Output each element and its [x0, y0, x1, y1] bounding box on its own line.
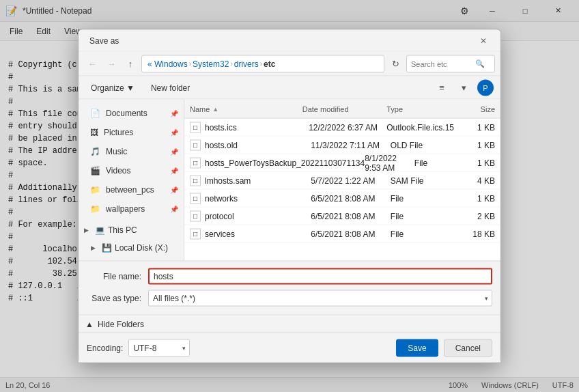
- breadcrumb-system32[interactable]: System32: [193, 59, 229, 68]
- refresh-button[interactable]: ↻: [387, 55, 404, 72]
- cancel-button[interactable]: Cancel: [444, 339, 492, 356]
- file-type: File: [391, 229, 454, 238]
- dialog-close-button[interactable]: ✕: [475, 31, 492, 49]
- header-size[interactable]: Size: [454, 104, 495, 113]
- table-row[interactable]: □ hosts_PowerToysBackup_20221103071134 8…: [184, 154, 500, 172]
- filename-input[interactable]: [148, 268, 492, 285]
- left-panel-item-videos[interactable]: 🎬 Videos 📌: [79, 161, 184, 180]
- dialog-nav: ← → ↑ « Windows › System32 › drivers › e…: [79, 52, 500, 76]
- table-row[interactable]: □ hosts.old 11/3/2022 7:11 AM OLD File 1…: [184, 137, 500, 154]
- this-pc-icon: 💻: [95, 225, 105, 235]
- pin-icon-videos: 📌: [170, 167, 178, 174]
- view-dropdown-button[interactable]: ▾: [455, 79, 472, 96]
- search-icon: 🔍: [475, 59, 485, 68]
- file-icon: □: [190, 175, 201, 186]
- file-name: lmhosts.sam: [205, 176, 311, 185]
- new-folder-button[interactable]: New folder: [145, 79, 195, 96]
- search-bar: 🔍: [406, 55, 495, 72]
- encoding-label: Encoding:: [87, 343, 123, 352]
- file-size: 2 KB: [454, 211, 495, 221]
- pin-icon-between-pcs: 📌: [170, 186, 178, 193]
- left-panel-item-music[interactable]: 🎵 Music 📌: [79, 142, 184, 161]
- organize-button[interactable]: Organize ▼: [85, 79, 140, 96]
- forward-button[interactable]: →: [103, 55, 119, 72]
- between-pcs-icon: 📁: [90, 185, 100, 195]
- right-panel: Name ▲ Date modified Type Size □ hosts.i…: [184, 100, 500, 261]
- file-type: File: [391, 193, 454, 203]
- videos-icon: 🎬: [90, 166, 100, 176]
- back-button[interactable]: ←: [84, 55, 100, 72]
- file-size: 1 KB: [454, 140, 495, 150]
- file-name: hosts.ics: [205, 122, 309, 132]
- hide-folders-arrow: ▲: [85, 319, 94, 328]
- file-icon: □: [190, 122, 201, 132]
- local-disk-icon: 💾: [102, 243, 112, 253]
- filename-label: File name:: [87, 272, 148, 281]
- left-panel-item-pictures[interactable]: 🖼 Pictures 📌: [79, 123, 184, 142]
- this-pc-label: This PC: [108, 225, 137, 235]
- search-input[interactable]: [411, 59, 472, 68]
- dialog-titlebar: Save as ✕: [79, 30, 500, 52]
- file-modified: 5/7/2022 1:22 AM: [311, 176, 390, 185]
- file-name: protocol: [205, 211, 311, 221]
- table-row[interactable]: □ protocol 6/5/2021 8:08 AM File 2 KB: [184, 208, 500, 225]
- pictures-icon: 🖼: [90, 128, 98, 137]
- file-size: 18 KB: [454, 229, 495, 238]
- table-row[interactable]: □ services 6/5/2021 8:08 AM File 18 KB: [184, 225, 500, 243]
- file-icon: □: [190, 193, 201, 204]
- encoding-section: Encoding: UTF-8 UTF-16 LE UTF-16 BE ANSI…: [87, 339, 391, 356]
- music-label: Music: [106, 147, 127, 156]
- file-modified: 8/1/2022 9:53 AM: [365, 153, 414, 172]
- table-row[interactable]: □ hosts.ics 12/2/2022 6:37 AM Outlook.Fi…: [184, 119, 500, 137]
- hide-folders-label: Hide Folders: [98, 319, 144, 328]
- pin-icon-pictures: 📌: [170, 128, 178, 136]
- header-modified[interactable]: Date modified: [302, 104, 387, 113]
- header-name[interactable]: Name ▲: [190, 104, 302, 113]
- file-size: 1 KB: [454, 122, 495, 132]
- encoding-select-wrapper: UTF-8 UTF-16 LE UTF-16 BE ANSI ▾: [128, 339, 190, 356]
- file-modified: 12/2/2022 6:37 AM: [309, 122, 386, 132]
- file-type: File: [391, 211, 454, 221]
- file-name: networks: [205, 193, 311, 203]
- file-size: 4 KB: [454, 176, 495, 185]
- pin-icon-documents: 📌: [170, 109, 178, 117]
- documents-label: Documents: [106, 109, 147, 118]
- save-as-type-select[interactable]: All files (*.*) Text Documents (*.txt): [148, 290, 492, 307]
- dialog-bottom: File name: Save as type: All files (*.*)…: [79, 261, 500, 315]
- save-as-type-wrapper: All files (*.*) Text Documents (*.txt) ▾: [148, 290, 492, 307]
- view-options-button[interactable]: ≡: [434, 79, 450, 96]
- file-name: hosts_PowerToysBackup_20221103071134: [205, 158, 365, 167]
- save-as-type-row: Save as type: All files (*.*) Text Docum…: [87, 289, 492, 308]
- file-type: File: [414, 158, 454, 167]
- local-disk-arrow: ▶: [91, 244, 99, 251]
- up-button[interactable]: ↑: [122, 55, 139, 72]
- tree-local-disk[interactable]: ▶ 💾 Local Disk (X:): [79, 239, 184, 257]
- breadcrumb-windows[interactable]: « Windows: [147, 59, 188, 68]
- encoding-select[interactable]: UTF-8 UTF-16 LE UTF-16 BE ANSI: [128, 339, 190, 356]
- local-disk-label: Local Disk (X:): [115, 243, 168, 253]
- table-row[interactable]: □ lmhosts.sam 5/7/2022 1:22 AM SAM File …: [184, 172, 500, 190]
- file-size: 1 KB: [454, 193, 495, 203]
- header-type[interactable]: Type: [386, 104, 454, 113]
- left-panel-item-between-pcs[interactable]: 📁 between_pcs 📌: [79, 180, 184, 199]
- save-button[interactable]: Save: [396, 339, 438, 356]
- breadcrumb-drivers[interactable]: drivers: [234, 59, 259, 68]
- left-panel-item-wallpapers[interactable]: 📁 wallpapers 📌: [79, 199, 184, 219]
- between-pcs-label: between_pcs: [106, 185, 154, 195]
- file-modified: 6/5/2021 8:08 AM: [311, 229, 390, 238]
- dialog-footer: Encoding: UTF-8 UTF-16 LE UTF-16 BE ANSI…: [79, 333, 500, 363]
- table-row[interactable]: □ networks 6/5/2021 8:08 AM File 1 KB: [184, 190, 500, 208]
- file-list-header: Name ▲ Date modified Type Size: [184, 100, 500, 119]
- file-icon: □: [190, 157, 201, 168]
- left-panel-item-documents[interactable]: 📄 Documents 📌: [79, 104, 184, 123]
- pin-icon-wallpapers: 📌: [170, 205, 178, 212]
- pictures-label: Pictures: [104, 128, 133, 137]
- user-avatar[interactable]: P: [477, 79, 494, 96]
- hide-folders-bar[interactable]: ▲ Hide Folders: [79, 315, 500, 333]
- file-modified: 6/5/2021 8:08 AM: [311, 211, 390, 221]
- tree-this-pc[interactable]: ▶ 💻 This PC: [79, 221, 184, 239]
- file-type: OLD File: [391, 140, 454, 150]
- sort-icon: ▲: [212, 105, 218, 112]
- pin-icon-music: 📌: [170, 148, 178, 155]
- dialog-toolbar: Organize ▼ New folder ≡ ▾ P: [79, 76, 500, 100]
